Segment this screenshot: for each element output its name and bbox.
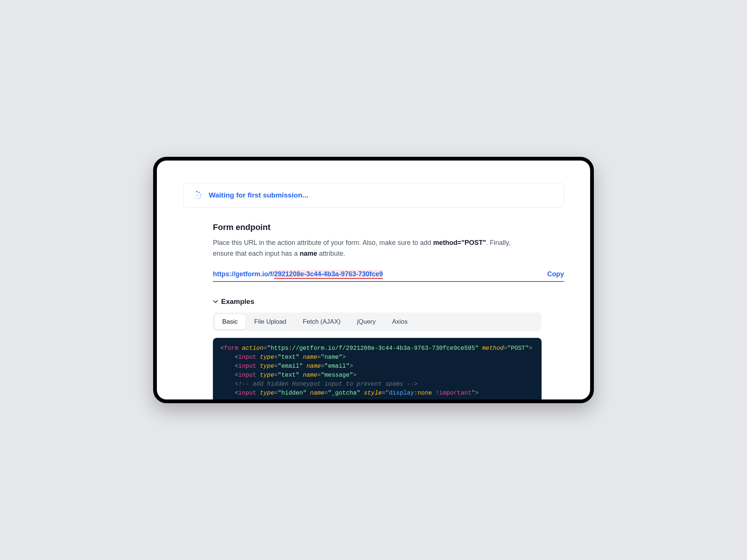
- tab-axios[interactable]: Axios: [385, 314, 415, 329]
- svg-point-11: [198, 194, 198, 195]
- tab-file-upload[interactable]: File Upload: [247, 314, 294, 329]
- svg-point-7: [193, 195, 193, 196]
- endpoint-id-highlight: 2921208e-3c44-4b3a-9763-730fce9: [274, 270, 383, 279]
- code-input1-type: text: [281, 354, 295, 361]
- svg-point-9: [195, 192, 196, 193]
- svg-point-4: [198, 198, 199, 199]
- svg-point-10: [196, 195, 198, 196]
- content-area: Waiting for first submission... Form end…: [157, 161, 590, 403]
- examples-toggle[interactable]: Examples: [213, 298, 564, 306]
- code-input4-type: hidden: [281, 390, 303, 396]
- desc-bold-method: method="POST": [433, 239, 486, 246]
- code-method: POST: [511, 345, 525, 352]
- desc-text: Place this URL in the action attribute o…: [213, 239, 433, 246]
- endpoint-row: https://getform.io/f/2921208e-3c44-4b3a-…: [213, 270, 564, 282]
- svg-point-6: [194, 197, 195, 198]
- svg-point-8: [193, 193, 194, 194]
- code-action: https://getform.io/f/2921208e-3c44-4b3a-…: [270, 345, 475, 352]
- copy-button[interactable]: Copy: [547, 270, 564, 278]
- example-tabs: Basic File Upload Fetch (AJAX) jQuery Ax…: [213, 312, 542, 331]
- tab-fetch-ajax[interactable]: Fetch (AJAX): [295, 314, 348, 329]
- endpoint-url[interactable]: https://getform.io/f/2921208e-3c44-4b3a-…: [213, 270, 383, 278]
- code-input1-name: name: [325, 354, 339, 361]
- code-input3-name: message: [325, 372, 350, 379]
- svg-point-5: [196, 199, 197, 199]
- code-style-prop: display: [389, 390, 414, 396]
- desc-bold-name: name: [300, 250, 317, 257]
- code-example[interactable]: <form action="https://getform.io/f/29212…: [213, 338, 542, 403]
- code-comment: add hidden Honeypot input to prevent spa…: [252, 381, 403, 388]
- endpoint-base: https://getform.io/f/: [213, 270, 274, 278]
- section-description: Place this URL in the action attribute o…: [213, 237, 527, 259]
- status-banner: Waiting for first submission...: [183, 183, 564, 208]
- svg-point-3: [200, 197, 201, 198]
- device-frame: Waiting for first submission... Form end…: [153, 157, 594, 403]
- svg-point-2: [200, 194, 201, 195]
- code-style-imp: !important: [436, 390, 471, 396]
- examples-title: Examples: [221, 298, 254, 306]
- main-section: Form endpoint Place this URL in the acti…: [183, 223, 564, 403]
- svg-point-0: [196, 191, 198, 192]
- code-input2-type: email: [281, 363, 299, 370]
- svg-point-12: [195, 196, 196, 197]
- status-message: Waiting for first submission...: [209, 191, 308, 199]
- svg-point-1: [199, 192, 200, 193]
- code-input2-name: email: [328, 363, 346, 370]
- tab-jquery[interactable]: jQuery: [350, 314, 383, 329]
- tab-basic[interactable]: Basic: [215, 314, 245, 329]
- chevron-down-icon: [213, 299, 218, 304]
- code-style-val: none: [418, 390, 432, 396]
- code-input4-name: _gotcha: [332, 390, 357, 396]
- code-input3-type: text: [281, 372, 295, 379]
- desc-text: attribute.: [317, 250, 345, 257]
- loading-spinner-icon: [192, 190, 202, 200]
- section-title: Form endpoint: [213, 223, 564, 232]
